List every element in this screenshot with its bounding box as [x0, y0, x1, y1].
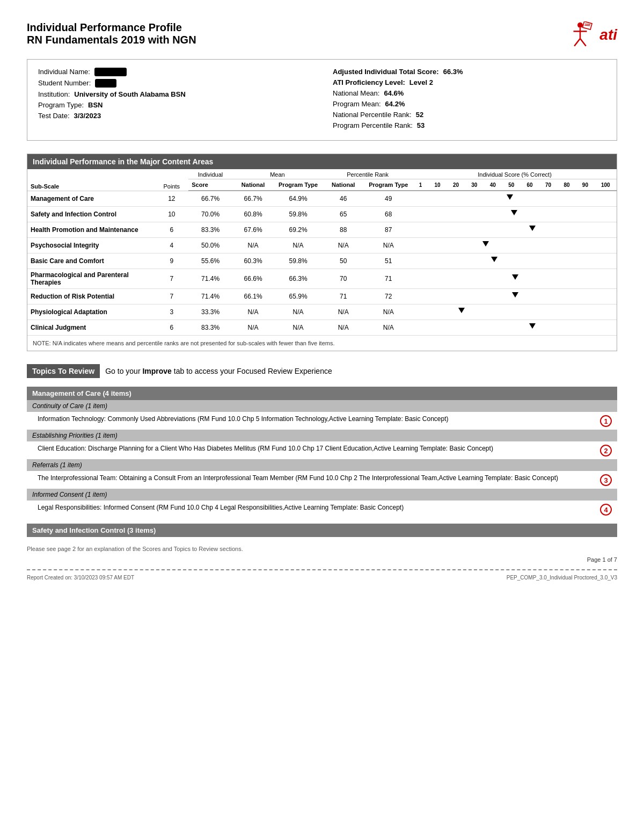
cell-points: 4 [155, 238, 188, 253]
program-percentile-value: 53 [417, 121, 425, 129]
topics-subtitle-bold: Improve [142, 367, 171, 375]
cell-bar [413, 320, 617, 336]
cell-prog-mean: 59.8% [274, 253, 323, 269]
header-title: Individual Performance Profile RN Fundam… [27, 21, 196, 46]
cell-bar [413, 207, 617, 222]
program-type-row: Program Type: BSN [38, 101, 311, 109]
col-subheader-national: National [232, 179, 274, 191]
cell-points: 9 [155, 253, 188, 269]
student-info-left: Individual Name: Student Number: Institu… [38, 68, 311, 132]
table-row: Reduction of Risk Potential 7 71.4% 66.1… [27, 289, 617, 304]
institution-label: Institution: [38, 90, 70, 98]
topic-text: Legal Responsibilities: Informed Consent… [38, 503, 596, 512]
cell-score: 83.3% [188, 222, 232, 238]
cell-subscale: Health Promotion and Maintenance [27, 222, 155, 238]
ati-logo-text: ati [599, 26, 617, 43]
col-header-mean: Mean [232, 169, 323, 179]
cell-bar [413, 269, 617, 289]
individual-name-value [94, 68, 127, 76]
topic-number: 2 [600, 445, 612, 456]
footer-note: Please see page 2 for an explanation of … [27, 546, 617, 552]
cell-nat-mean: N/A [232, 238, 274, 253]
table-row: Basic Care and Comfort 9 55.6% 60.3% 59.… [27, 253, 617, 269]
cell-score: 66.7% [188, 191, 232, 207]
cell-subscale: Psychosocial Integrity [27, 238, 155, 253]
topics-subtitle: Go to your Improve tab to access your Fo… [105, 367, 332, 375]
cell-pnat: 88 [323, 222, 364, 238]
report-created: Report Created on: 3/10/2023 09:57 AM ED… [27, 575, 134, 581]
cell-prog-mean: 69.2% [274, 222, 323, 238]
test-date-label: Test Date: [38, 112, 70, 120]
col-subheader-score: Score [188, 179, 232, 191]
subcategory-header: Establishing Priorities (1 item) [27, 430, 617, 441]
national-mean-value: 64.6% [384, 89, 404, 97]
cell-points: 6 [155, 222, 188, 238]
cell-subscale: Physiological Adaptation [27, 304, 155, 320]
cell-nat-mean: 66.1% [232, 289, 274, 304]
cell-pnat: 65 [323, 207, 364, 222]
topics-header-row: Topics To Review Go to your Improve tab … [27, 364, 617, 378]
institution-row: Institution: University of South Alabama… [38, 90, 311, 98]
svg-line-4 [580, 39, 586, 46]
col-header-individual: Individual [188, 169, 232, 179]
program-percentile-row: Program Percentile Rank: 53 [333, 121, 606, 129]
topic-item: The Interprofessional Team: Obtaining a … [27, 471, 617, 489]
performance-table-body: Management of Care 12 66.7% 66.7% 64.9% … [27, 191, 617, 336]
national-percentile-label: National Percentile Rank: [333, 111, 412, 119]
proficiency-row: ATI Proficiency Level: Level 2 [333, 78, 606, 86]
test-date-value: 3/3/2023 [74, 112, 101, 120]
institution-value: University of South Alabama BSN [74, 90, 186, 98]
category-header: Management of Care (4 items) [27, 387, 617, 400]
cell-pnat: 46 [323, 191, 364, 207]
national-percentile-value: 52 [416, 111, 423, 119]
cell-prog-mean: 59.8% [274, 207, 323, 222]
table-row: Management of Care 12 66.7% 66.7% 64.9% … [27, 191, 617, 207]
cell-nat-mean: 67.6% [232, 222, 274, 238]
cell-points: 3 [155, 304, 188, 320]
title-line1: Individual Performance Profile [27, 21, 196, 34]
table-row: Safety and Infection Control 10 70.0% 60… [27, 207, 617, 222]
topic-number: 4 [600, 504, 612, 516]
student-info-box: Individual Name: Student Number: Institu… [27, 59, 617, 141]
cell-subscale: Safety and Infection Control [27, 207, 155, 222]
ati-logo: ati [564, 21, 617, 48]
cell-bar [413, 222, 617, 238]
col-subheader-pnat: National [323, 179, 364, 191]
cell-nat-mean: N/A [232, 304, 274, 320]
cell-subscale: Reduction of Risk Potential [27, 289, 155, 304]
cell-subscale: Management of Care [27, 191, 155, 207]
program-type-value: BSN [88, 101, 103, 109]
cell-points: 12 [155, 191, 188, 207]
topic-item: Client Education: Discharge Planning for… [27, 441, 617, 459]
ati-logo-icon [564, 21, 596, 48]
test-date-row: Test Date: 3/3/2023 [38, 112, 311, 120]
individual-name-row: Individual Name: [38, 68, 311, 76]
cell-score: 50.0% [188, 238, 232, 253]
table-row: Physiological Adaptation 3 33.3% N/A N/A… [27, 304, 617, 320]
proficiency-value: Level 2 [409, 78, 433, 86]
cell-nat-mean: N/A [232, 320, 274, 336]
cell-pprog: N/A [364, 304, 413, 320]
cell-bar [413, 191, 617, 207]
cell-nat-mean: 66.7% [232, 191, 274, 207]
cell-pprog: 72 [364, 289, 413, 304]
performance-section: Individual Performance in the Major Cont… [27, 154, 617, 351]
cell-bar [413, 253, 617, 269]
student-number-row: Student Number: [38, 79, 311, 88]
cell-pprog: 68 [364, 207, 413, 222]
national-percentile-row: National Percentile Rank: 52 [333, 111, 606, 119]
student-number-value [95, 79, 116, 88]
topic-item: Legal Responsibilities: Informed Consent… [27, 501, 617, 518]
cell-pprog: 87 [364, 222, 413, 238]
cell-subscale: Clinical Judgment [27, 320, 155, 336]
national-mean-label: National Mean: [333, 89, 379, 97]
svg-line-6 [585, 23, 590, 25]
proficiency-label: ATI Proficiency Level: [333, 78, 405, 86]
page-header: Individual Performance Profile RN Fundam… [27, 21, 617, 48]
cell-points: 7 [155, 269, 188, 289]
cell-subscale: Basic Care and Comfort [27, 253, 155, 269]
cell-bar [413, 238, 617, 253]
cell-nat-mean: 66.6% [232, 269, 274, 289]
table-row: Clinical Judgment 6 83.3% N/A N/A N/A N/… [27, 320, 617, 336]
cell-score: 55.6% [188, 253, 232, 269]
